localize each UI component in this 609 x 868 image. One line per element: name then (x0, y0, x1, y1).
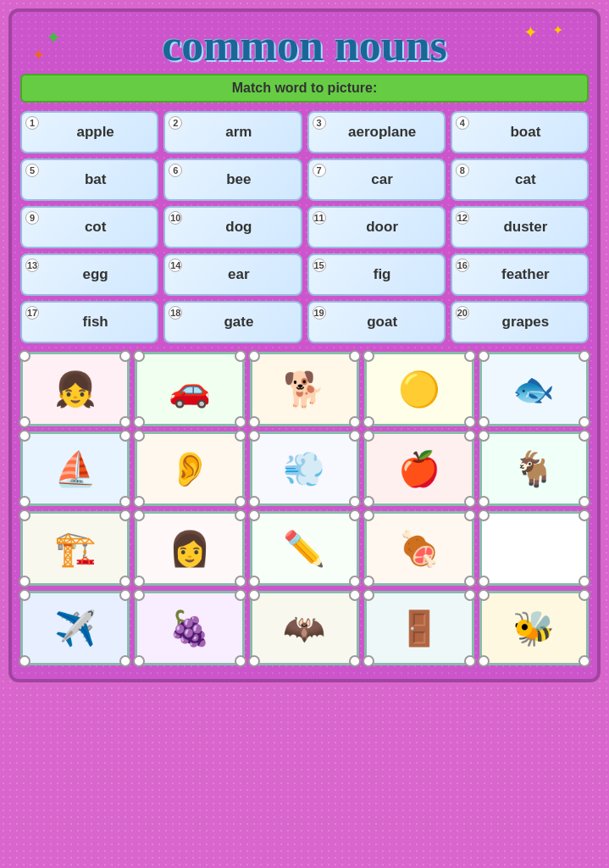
word-number-12: 12 (456, 211, 469, 225)
corner-dot-dot-tr (579, 509, 590, 521)
word-number-4: 4 (456, 116, 469, 130)
picture-emoji-r1-c5: 🐟 (512, 372, 555, 406)
corner-dot-dot-tr (235, 430, 246, 442)
corner-dot-dot-br (119, 416, 131, 428)
picture-emoji-r4-c3: 🦇 (283, 611, 325, 645)
word-label-7: car (328, 171, 437, 188)
pic-cell-r3-c3: ✏️ (250, 511, 359, 586)
word-cell-13: 13 egg (20, 253, 158, 296)
corner-dot-dot-tl (19, 509, 30, 521)
corner-dot-dot-tr (235, 509, 246, 521)
corner-dot-dot-tr (235, 589, 246, 601)
corner-dot-dot-bl (133, 416, 145, 428)
pic-row-1: 👧🚗🐕🟡🐟 (20, 352, 589, 426)
main-container: ✦ ✦ ✦ ✦ common nouns Match word to pictu… (8, 8, 601, 682)
corner-dot-dot-tl (363, 350, 374, 362)
corner-dot-dot-tr (349, 350, 361, 362)
pic-cell-r2-c3: 💨 (250, 431, 359, 506)
word-number-9: 9 (25, 211, 39, 225)
word-cell-12: 12 duster (451, 206, 589, 248)
word-number-7: 7 (313, 164, 326, 177)
word-number-3: 3 (313, 116, 326, 130)
corner-dot-dot-tl (478, 350, 490, 362)
corner-dot-dot-tl (478, 430, 490, 442)
words-grid: 1 apple 2 arm 3 aeroplane 4 boat 5 bat 6… (20, 111, 589, 343)
word-cell-8: 8 cat (451, 159, 589, 201)
word-cell-1: 1 apple (20, 111, 158, 153)
word-number-2: 2 (169, 116, 182, 130)
corner-dot-dot-br (464, 655, 476, 667)
corner-dot-dot-tl (248, 350, 260, 362)
word-label-19: goat (328, 314, 437, 331)
picture-emoji-r4-c2: 🍇 (169, 611, 211, 645)
corner-dot-dot-bl (478, 416, 490, 428)
picture-emoji-r1-c1: 👧 (54, 372, 97, 406)
corner-dot-dot-tr (579, 430, 590, 442)
word-cell-15: 15 fig (307, 253, 446, 296)
word-cell-4: 4 boat (451, 111, 589, 153)
word-label-13: egg (41, 266, 150, 283)
corner-dot-dot-bl (248, 655, 260, 667)
word-number-13: 13 (25, 259, 39, 272)
picture-emoji-r4-c1: ✈️ (54, 611, 97, 645)
title-area: ✦ ✦ ✦ ✦ common nouns (20, 20, 589, 70)
corner-dot-dot-bl (133, 576, 145, 587)
picture-emoji-r1-c2: 🚗 (169, 372, 211, 406)
word-number-20: 20 (456, 306, 469, 320)
corner-dot-dot-tl (133, 430, 145, 442)
corner-dot-dot-bl (248, 496, 260, 508)
word-label-5: bat (41, 171, 150, 188)
corner-dot-dot-bl (363, 416, 374, 428)
word-number-1: 1 (25, 116, 39, 130)
word-number-6: 6 (169, 164, 182, 177)
word-cell-2: 2 arm (163, 111, 302, 153)
star-topleft: ✦ (46, 27, 61, 49)
pic-cell-r1-c3: 🐕 (250, 352, 359, 426)
corner-dot-dot-br (349, 655, 361, 667)
corner-dot-dot-bl (19, 496, 30, 508)
word-label-20: grapes (471, 314, 580, 331)
word-cell-14: 14 ear (163, 253, 302, 296)
corner-dot-dot-br (119, 496, 131, 508)
word-label-10: dog (184, 219, 293, 236)
corner-dot-dot-br (579, 576, 590, 587)
corner-dot-dot-tr (349, 589, 361, 601)
word-cell-17: 17 fish (20, 301, 158, 343)
corner-dot-dot-bl (133, 655, 145, 667)
picture-emoji-r4-c4: 🚪 (398, 611, 440, 645)
word-cell-7: 7 car (307, 159, 446, 201)
picture-emoji-r3-c3: ✏️ (283, 531, 325, 565)
instruction-text: Match word to picture: (232, 81, 378, 95)
pic-cell-r2-c2: 👂 (135, 431, 244, 506)
word-cell-10: 10 dog (163, 206, 302, 248)
corner-dot-dot-tr (119, 589, 131, 601)
pic-cell-r3-c4: 🍖 (364, 511, 473, 586)
word-cell-5: 5 bat (20, 159, 158, 201)
corner-dot-dot-tl (19, 589, 30, 601)
star-topright2: ✦ (552, 22, 563, 38)
corner-dot-dot-tl (133, 509, 145, 521)
word-cell-9: 9 cot (20, 206, 158, 248)
picture-emoji-r2-c4: 🍎 (398, 452, 440, 486)
corner-dot-dot-tl (19, 430, 30, 442)
corner-dot-dot-bl (478, 496, 490, 508)
corner-dot-dot-br (464, 496, 476, 508)
corner-dot-dot-tr (464, 509, 476, 521)
corner-dot-dot-bl (19, 416, 30, 428)
word-label-16: feather (471, 266, 580, 283)
corner-dot-dot-br (579, 416, 590, 428)
word-number-18: 18 (169, 306, 182, 320)
corner-dot-dot-br (464, 416, 476, 428)
pic-row-4: ✈️🍇🦇🚪🐝 (20, 591, 589, 665)
word-label-9: cot (41, 219, 150, 236)
picture-emoji-r3-c4: 🍖 (398, 531, 440, 565)
pic-cell-r4-c3: 🦇 (250, 591, 359, 665)
pic-row-2: ⛵👂💨🍎🐐 (20, 431, 589, 506)
corner-dot-dot-tr (119, 430, 131, 442)
corner-dot-dot-tr (119, 509, 131, 521)
corner-dot-dot-br (579, 655, 590, 667)
word-label-6: bee (184, 171, 293, 188)
instruction-bar: Match word to picture: (20, 74, 589, 103)
picture-emoji-r2-c1: ⛵ (54, 452, 97, 486)
corner-dot-dot-br (235, 416, 246, 428)
